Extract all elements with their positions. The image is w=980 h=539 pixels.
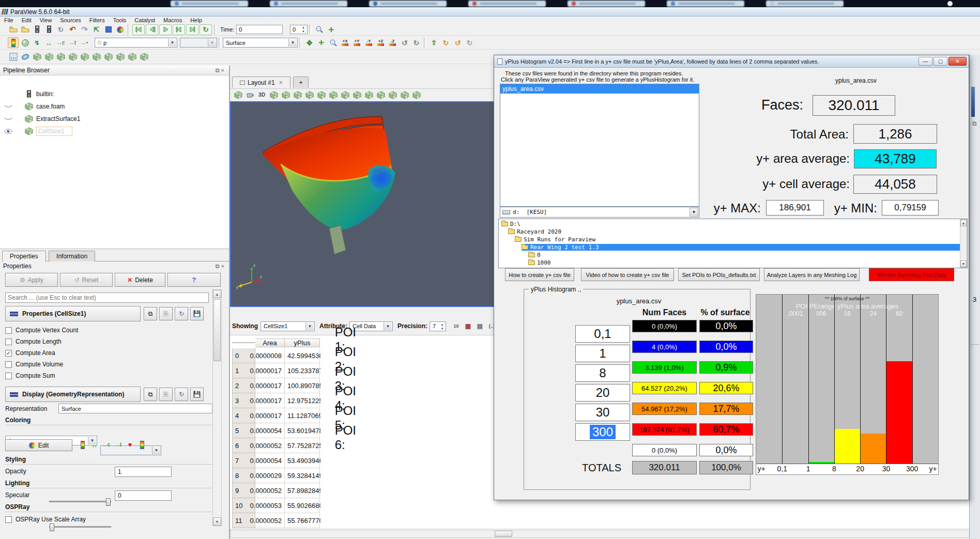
menu-item[interactable]: Edit (18, 17, 36, 23)
cells-select-icon[interactable] (375, 89, 386, 100)
horizontal-scrollbar[interactable] (230, 530, 977, 538)
help-button[interactable]: ? (167, 273, 221, 287)
time-input[interactable] (236, 25, 283, 34)
scalar-coloring-icon[interactable] (77, 439, 88, 450)
drive-combo[interactable]: d: [KESU] ▼ (500, 207, 699, 218)
pipeline-item-casefoam[interactable]: case.foam (2, 100, 229, 113)
disconnect-icon[interactable] (43, 24, 54, 35)
undo-icon[interactable]: ↶ (67, 24, 78, 35)
group-datasets-icon[interactable] (127, 52, 137, 63)
menu-item[interactable]: File (0, 17, 18, 23)
palette-icon[interactable] (115, 24, 126, 35)
scroll-thumb[interactable] (495, 531, 512, 537)
dialog-button-monitor-incoming-plot[interactable]: Monitor Incoming Plot Data (869, 268, 954, 281)
minus-z-view[interactable]: -Z (387, 37, 398, 48)
table-row[interactable]: 0 0.0000008 42.5994530 (232, 348, 320, 363)
dialog-button-analyze-layers-in[interactable]: Analyze Layers in any Meshing Log (764, 268, 860, 281)
tree-item-rearwing2test13[interactable]: Rear Wing 2 test 1.3 (499, 243, 967, 251)
close-panel-icon[interactable]: × (221, 263, 226, 269)
tab-information[interactable]: Information (49, 251, 95, 261)
copy-display-icon[interactable]: ⧉ (144, 388, 157, 401)
pick-center-icon[interactable] (316, 89, 327, 100)
tree-item-0[interactable]: 0 (499, 251, 967, 259)
axes-grid-icon[interactable] (268, 89, 279, 100)
poi-input[interactable]: 0,1 (575, 325, 630, 343)
rotate-orange2-icon[interactable]: ↺ (452, 37, 463, 48)
save-defaults-icon[interactable]: 💾 (190, 307, 204, 320)
zoom-to-box-icon[interactable] (328, 37, 339, 48)
glyph-sphere-icon[interactable] (115, 52, 126, 63)
rescale-data-icon[interactable]: ↔ (43, 37, 54, 48)
table-row[interactable]: 5 0.0000054 53.6019478 (232, 423, 320, 438)
checkbox-row[interactable]: Compute Sum (5, 370, 207, 381)
apply-button[interactable]: ⚙Apply (5, 273, 58, 287)
ospray-checkbox-row[interactable]: OSPRay Use Scale Array (5, 515, 86, 524)
next-frame-icon[interactable] (173, 24, 185, 35)
favorites-icon[interactable]: ♥ (125, 439, 135, 450)
zoom-crop-icon[interactable] (340, 89, 350, 100)
rescale-lr-icon[interactable]: ↔ (89, 439, 100, 450)
choose-preset-icon[interactable]: ↯ (32, 37, 42, 48)
reset-center-icon[interactable] (328, 89, 339, 100)
show-colorbar-icon[interactable] (136, 439, 147, 450)
scroll-down-icon[interactable]: ▼ (213, 517, 221, 526)
os-circle-icon[interactable] (947, 1, 953, 6)
capture-icon[interactable]: ⇱ (91, 24, 102, 35)
menu-item[interactable]: Catalyst (130, 17, 159, 23)
tree-item-simrunsforparaview[interactable]: Sim Runs for Paraview (499, 236, 967, 243)
close-icon[interactable]: ✕ (948, 57, 967, 66)
poi-input[interactable]: 20 (575, 384, 630, 402)
rotate-cw-icon[interactable]: ↻ (411, 37, 422, 48)
loop-icon[interactable]: ↻ (200, 24, 212, 35)
frustum-select-icon[interactable] (387, 89, 398, 100)
tab-layout-1[interactable]: Layout #1 × (232, 76, 290, 88)
table-row[interactable]: 9 0.0000052 57.8982849 (232, 483, 320, 498)
rescale-visible-icon[interactable]: ↔• (79, 37, 90, 48)
specular-value-box[interactable]: 0 (115, 490, 172, 501)
dialog-titlebar[interactable]: yPlus Histogram v2.04 => First line in a… (494, 55, 969, 68)
rescale-t-icon[interactable]: ↔t (113, 439, 124, 450)
extract-subset-icon[interactable] (79, 52, 90, 63)
csv-file-item[interactable]: yplus_area.csv (500, 84, 699, 94)
float-panel-icon[interactable]: ⧉ (216, 67, 221, 73)
reset-defaults-icon[interactable]: ↻ (175, 307, 188, 320)
taskbar-tab[interactable] (667, 1, 744, 7)
checkbox[interactable] (5, 327, 12, 334)
tree-scrollbar[interactable]: ▲ ▼ (960, 219, 967, 268)
frame-spinbox[interactable]: 0 ▲▼ (290, 25, 308, 34)
contour-icon[interactable] (32, 52, 42, 63)
checkbox-row[interactable]: Compute Vertex Count (5, 325, 207, 336)
pipeline-item-extractsurface1[interactable]: ExtractSurface1 (2, 113, 229, 125)
column-visibility-icon[interactable]: ▦ (463, 321, 473, 332)
taskbar-tab[interactable] (568, 1, 645, 7)
component-combo[interactable]: ▼ (180, 38, 217, 48)
search-input[interactable] (5, 292, 209, 303)
pipeline-item-builtin[interactable]: builtin: (2, 88, 229, 100)
section-properties-header[interactable]: Properties (CellSize1) (5, 306, 141, 321)
hide-center-icon[interactable] (304, 89, 315, 100)
reset-camera-icon[interactable]: ✥ (304, 37, 315, 48)
checkbox[interactable]: ✓ (5, 350, 12, 357)
scroll-up-icon[interactable]: ▲ (960, 220, 967, 226)
paste-display-icon[interactable]: ⎘ (159, 388, 173, 401)
spin-arrows-icon[interactable]: ▲▼ (439, 322, 445, 331)
mode-3d[interactable]: 3D (256, 89, 267, 100)
pipeline-item-cellsize1[interactable]: CellSize1 (2, 125, 229, 137)
orientation-axes-icon[interactable] (292, 89, 303, 100)
specular-slider[interactable] (49, 526, 111, 528)
scroll-thumb[interactable] (213, 299, 221, 361)
prev-frame-icon[interactable] (146, 24, 158, 35)
visibility-on-icon[interactable] (2, 129, 14, 134)
export-scene-icon[interactable] (233, 89, 243, 100)
open-icon[interactable] (8, 24, 19, 35)
edit-color-map-button[interactable]: Edit (5, 439, 72, 451)
checkbox-row[interactable]: Compute Length (5, 336, 207, 347)
menu-item[interactable]: Filters (85, 17, 109, 23)
glyph-disc-icon[interactable] (20, 52, 30, 63)
tree-item-1000[interactable]: 1000 (499, 259, 967, 267)
checkbox-row[interactable]: Compute Volume (5, 359, 207, 370)
minimize-icon[interactable]: — (918, 57, 932, 66)
zoom-closest-icon[interactable]: ✛ (326, 24, 336, 35)
points-select-icon[interactable] (363, 89, 374, 100)
rotate-ccw-icon[interactable]: ↺ (399, 37, 410, 48)
